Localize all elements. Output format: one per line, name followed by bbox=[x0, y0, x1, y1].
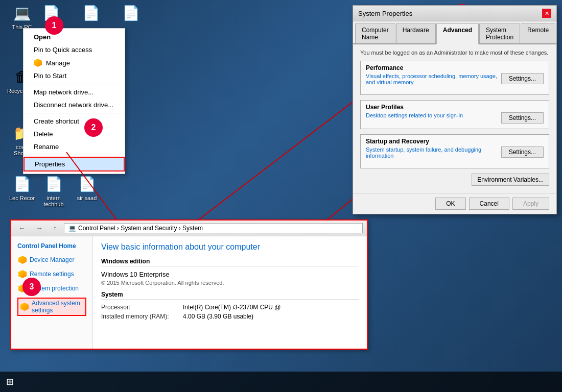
pin-start-label: Pin to Start bbox=[34, 72, 66, 80]
start-button[interactable]: ⊞ bbox=[0, 376, 20, 387]
dialog-content: You must be logged on as an Administrato… bbox=[353, 44, 556, 193]
context-menu-open[interactable]: Open bbox=[24, 31, 125, 43]
apply-button[interactable]: Apply bbox=[512, 198, 549, 210]
user-profiles-title: User Profiles bbox=[366, 104, 544, 111]
startup-recovery-settings-button[interactable]: Settings... bbox=[501, 146, 544, 158]
context-menu-disconnect[interactable]: Disconnect network drive... bbox=[24, 99, 125, 111]
desktop-icon-file3[interactable]: 📄 bbox=[113, 3, 149, 23]
dialog-footer: OK Cancel Apply bbox=[353, 193, 556, 214]
system-label: System bbox=[101, 291, 359, 300]
sidebar-device-manager[interactable]: Device Manager bbox=[17, 255, 86, 265]
system-properties-dialog: System Properties ✕ Computer Name Hardwa… bbox=[353, 5, 557, 214]
advanced-settings-label: Advanced system settings bbox=[32, 300, 83, 314]
divider3 bbox=[24, 155, 125, 155]
ok-button[interactable]: OK bbox=[435, 198, 465, 210]
shield-icon bbox=[34, 59, 42, 67]
divider2 bbox=[24, 113, 125, 113]
context-menu-map-drive[interactable]: Map network drive... bbox=[24, 86, 125, 99]
computer-icon: 💻 bbox=[12, 3, 32, 23]
create-shortcut-label: Create shortcut bbox=[34, 117, 79, 125]
tab-system-protection[interactable]: System Protection bbox=[479, 23, 520, 43]
open-label: Open bbox=[34, 33, 51, 41]
context-menu-pin-start[interactable]: Pin to Start bbox=[24, 69, 125, 82]
context-menu-rename[interactable]: Rename bbox=[24, 140, 125, 153]
windows-edition: Windows 10 Enterprise bbox=[101, 271, 359, 278]
cp-back-button[interactable]: ← bbox=[15, 223, 29, 234]
context-menu-delete[interactable]: Delete bbox=[24, 128, 125, 140]
annotation-circle-1: 1 bbox=[45, 16, 63, 35]
map-drive-label: Map network drive... bbox=[34, 88, 93, 96]
dialog-title: System Properties bbox=[358, 10, 412, 17]
properties-label: Properties bbox=[35, 160, 65, 168]
startup-recovery-title: Startup and Recovery bbox=[366, 138, 544, 145]
context-menu: Open Pin to Quick access Manage Pin to S… bbox=[23, 28, 125, 174]
context-menu-manage[interactable]: Manage bbox=[24, 56, 125, 69]
shield-icon-device bbox=[18, 256, 27, 264]
cp-sidebar-title[interactable]: Control Panel Home bbox=[17, 242, 86, 250]
cp-sidebar: Control Panel Home Device Manager Remote… bbox=[11, 236, 93, 349]
manage-label: Manage bbox=[46, 59, 70, 67]
context-menu-properties[interactable]: Properties bbox=[24, 157, 125, 172]
svg-line-1 bbox=[179, 102, 353, 235]
ram-row: Installed memory (RAM): 4.00 GB (3.90 GB… bbox=[101, 313, 359, 320]
disconnect-label: Disconnect network drive... bbox=[34, 101, 113, 109]
processor-row: Processor: Intel(R) Core(TM) i3-2370M CP… bbox=[101, 304, 359, 311]
delete-label: Delete bbox=[34, 130, 53, 138]
rename-label: Rename bbox=[34, 143, 59, 151]
desktop-icon-lec-recor[interactable]: 📄 Lec Recor bbox=[4, 174, 40, 201]
taskbar: ⊞ bbox=[0, 372, 562, 392]
ram-label: Installed memory (RAM): bbox=[101, 313, 183, 320]
startup-recovery-section: Startup and Recovery Settings... System … bbox=[360, 134, 549, 168]
breadcrumb: Control Panel › System and Security › Sy… bbox=[78, 225, 203, 232]
pin-quick-label: Pin to Quick access bbox=[34, 46, 92, 54]
cp-main-title: View basic information about your comput… bbox=[101, 242, 359, 252]
annotation-circle-3: 3 bbox=[22, 278, 41, 296]
sidebar-advanced-settings[interactable]: Advanced system settings bbox=[17, 298, 86, 316]
shield-icon-advanced bbox=[20, 303, 29, 311]
tab-advanced[interactable]: Advanced bbox=[436, 23, 479, 44]
cp-forward-button[interactable]: → bbox=[33, 223, 46, 234]
performance-settings-button[interactable]: Settings... bbox=[501, 73, 544, 84]
performance-section: Performance Settings... Visual effects, … bbox=[360, 61, 549, 95]
cp-main: View basic information about your comput… bbox=[93, 236, 367, 349]
desktop: 💻 This PC 📄 📄 📄 🗑 Recycle Bin 📁 coedShor… bbox=[0, 0, 562, 392]
processor-label: Processor: bbox=[101, 304, 183, 311]
tab-remote[interactable]: Remote bbox=[521, 23, 555, 43]
context-menu-pin-quick[interactable]: Pin to Quick access bbox=[24, 43, 125, 56]
dialog-close-button[interactable]: ✕ bbox=[542, 9, 551, 18]
divider1 bbox=[24, 84, 125, 84]
sidebar-remote-settings[interactable]: Remote settings bbox=[17, 269, 86, 279]
windows-edition-label: Windows edition bbox=[101, 258, 359, 266]
processor-value: Intel(R) Core(TM) i3-2370M CPU @ bbox=[183, 304, 281, 311]
windows-copyright: © 2015 Microsoft Corporation. All rights… bbox=[101, 280, 359, 286]
env-variables-button[interactable]: Environment Variables... bbox=[472, 174, 549, 186]
context-menu-create-shortcut[interactable]: Create shortcut bbox=[24, 115, 125, 128]
user-profiles-section: User Profiles Settings... Desktop settin… bbox=[360, 100, 549, 129]
cp-address-bar[interactable]: 💻 Control Panel › System and Security › … bbox=[64, 223, 363, 233]
desktop-icon-file2[interactable]: 📄 bbox=[73, 3, 109, 23]
user-profiles-settings-button[interactable]: Settings... bbox=[501, 112, 544, 124]
cp-titlebar: ← → ↑ 💻 Control Panel › System and Secur… bbox=[11, 220, 367, 236]
tab-hardware[interactable]: Hardware bbox=[396, 23, 436, 43]
desktop-icon-sir-saad[interactable]: 📄 sir saad bbox=[69, 174, 105, 201]
annotation-circle-2: 2 bbox=[84, 118, 103, 137]
dialog-tabs: Computer Name Hardware Advanced System P… bbox=[353, 21, 556, 44]
cancel-button[interactable]: Cancel bbox=[469, 198, 509, 210]
desktop-icon-intern[interactable]: 📄 interntechhub bbox=[36, 174, 72, 207]
performance-title: Performance bbox=[366, 64, 544, 71]
cp-body: Control Panel Home Device Manager Remote… bbox=[11, 236, 367, 349]
remote-settings-label: Remote settings bbox=[30, 271, 74, 278]
control-panel-window: ← → ↑ 💻 Control Panel › System and Secur… bbox=[10, 219, 368, 350]
admin-notice: You must be logged on as an Administrato… bbox=[360, 50, 549, 56]
tab-computer-name[interactable]: Computer Name bbox=[355, 23, 395, 43]
device-manager-label: Device Manager bbox=[30, 256, 74, 263]
shield-icon-remote bbox=[18, 270, 27, 278]
dialog-titlebar: System Properties ✕ bbox=[353, 6, 556, 21]
computer-icon-small: 💻 bbox=[68, 225, 76, 232]
cp-up-button[interactable]: ↑ bbox=[50, 223, 60, 234]
ram-value: 4.00 GB (3.90 GB usable) bbox=[183, 313, 253, 320]
